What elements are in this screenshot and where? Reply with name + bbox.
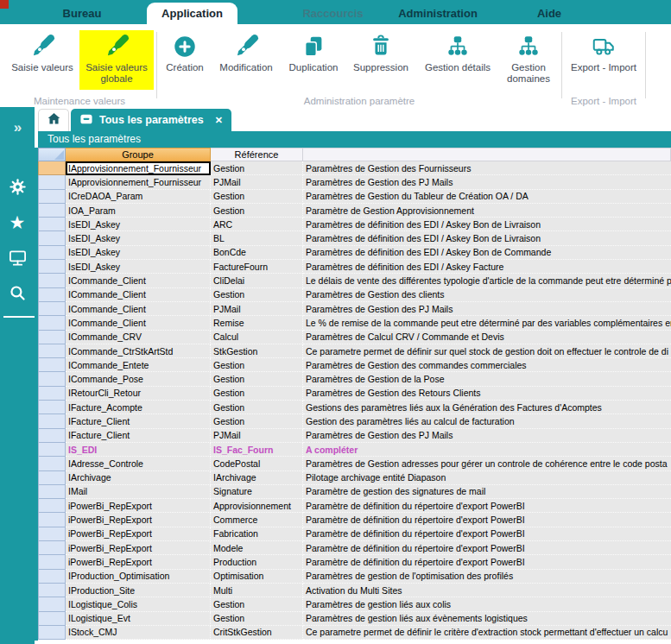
- row-selector[interactable]: [38, 302, 66, 316]
- cell-designation[interactable]: Paramètre de définition du répertoire d'…: [303, 527, 671, 541]
- cell-reference[interactable]: PJMail: [211, 429, 303, 443]
- cell-groupe[interactable]: IArchivage: [66, 471, 211, 485]
- row-selector[interactable]: [38, 231, 66, 245]
- cell-designation[interactable]: Paramètres de Gestion des Retours Client…: [303, 387, 671, 401]
- ribbon-button-gestion-domaines[interactable]: Gestion domaines: [498, 30, 559, 90]
- row-selector[interactable]: [38, 471, 66, 485]
- cell-reference[interactable]: BL: [211, 231, 303, 245]
- cell-groupe[interactable]: ICommande_Entete: [66, 358, 211, 372]
- row-selector[interactable]: [38, 429, 66, 443]
- menu-item-administration[interactable]: Administration: [387, 3, 489, 24]
- cell-designation[interactable]: Activation du Multi Sites: [303, 584, 671, 597]
- cell-designation[interactable]: Paramètres de définition des EDI / Askey…: [303, 218, 671, 231]
- cell-designation[interactable]: Paramètres de Gestion adresses pour gére…: [303, 457, 671, 470]
- row-selector[interactable]: [38, 570, 66, 584]
- cell-designation[interactable]: Le % de remise de la commande peut etre …: [303, 316, 671, 330]
- cell-designation[interactable]: Ce parametre permet de définir le critèr…: [303, 626, 671, 640]
- close-icon[interactable]: ✕: [215, 115, 223, 126]
- cell-reference[interactable]: Fabrication: [211, 527, 303, 541]
- cell-reference[interactable]: Gestion: [211, 597, 303, 611]
- cell-groupe[interactable]: iPowerBi_RepExport: [66, 499, 211, 513]
- cell-groupe[interactable]: IsEDI_Askey: [66, 246, 211, 260]
- cell-reference[interactable]: Gestion: [211, 387, 303, 401]
- cell-designation[interactable]: Paramètre de définition du répertoire d'…: [303, 513, 671, 527]
- tab-home[interactable]: [38, 109, 69, 131]
- row-selector[interactable]: [38, 527, 66, 541]
- cell-designation[interactable]: Gestions des paramètres liés aux la Géné…: [303, 401, 671, 414]
- row-selector[interactable]: [38, 190, 66, 204]
- cell-designation[interactable]: Paramètres de gestion liés aux évènement…: [303, 612, 671, 626]
- ribbon-button-duplication[interactable]: Duplication: [282, 30, 345, 90]
- row-selector[interactable]: [38, 457, 66, 470]
- column-header-designation[interactable]: [303, 148, 671, 161]
- cell-groupe[interactable]: ICommande_CRV: [66, 331, 211, 344]
- row-selector[interactable]: [38, 387, 66, 401]
- cell-designation[interactable]: Paramètres de gestion liés aux colis: [303, 597, 671, 611]
- cell-designation[interactable]: Paramètres de Gestion des clients: [303, 288, 671, 302]
- row-selector[interactable]: [38, 358, 66, 372]
- cell-reference[interactable]: Gestion: [211, 358, 303, 372]
- cell-reference[interactable]: Signature: [211, 485, 303, 499]
- cell-designation[interactable]: Paramètres de définition des EDI / Askey…: [303, 260, 671, 274]
- cell-groupe[interactable]: IApprovisionnement_Fournisseur: [66, 161, 211, 175]
- cell-reference[interactable]: StkGestion: [211, 344, 303, 358]
- cell-groupe[interactable]: IProduction_Site: [66, 584, 211, 597]
- cell-reference[interactable]: ARC: [211, 218, 303, 231]
- monitor-icon[interactable]: [0, 247, 35, 268]
- cell-reference[interactable]: Gestion: [211, 612, 303, 626]
- cell-groupe[interactable]: IFacture_Acompte: [66, 401, 211, 414]
- cell-reference[interactable]: Gestion: [211, 401, 303, 414]
- cell-designation[interactable]: Paramètre de définition du répertoire d'…: [303, 555, 671, 569]
- collapse-chevrons-icon[interactable]: »: [0, 119, 35, 136]
- cell-reference[interactable]: Modele: [211, 541, 303, 555]
- cell-designation[interactable]: Paramètre de définition du répertoire d'…: [303, 499, 671, 513]
- cell-groupe[interactable]: IOA_Param: [66, 204, 211, 218]
- row-selector[interactable]: [38, 612, 66, 626]
- row-selector[interactable]: [38, 204, 66, 218]
- cell-designation[interactable]: Paramètres de Gestion du Tableur de Créa…: [303, 190, 671, 204]
- ribbon-button-saisie-valeurs[interactable]: Saisie valeurs: [5, 30, 79, 90]
- cell-reference[interactable]: Gestion: [211, 204, 303, 218]
- row-selector[interactable]: [38, 274, 66, 287]
- ribbon-button-saisie-valeurs-globale[interactable]: Saisie valeurs globale: [79, 30, 154, 90]
- cell-reference[interactable]: Gestion: [211, 414, 303, 428]
- row-selector[interactable]: [38, 499, 66, 513]
- row-selector[interactable]: [38, 401, 66, 414]
- cell-groupe[interactable]: ICommande_Client: [66, 288, 211, 302]
- cell-groupe[interactable]: IFacture_Client: [66, 414, 211, 428]
- cell-reference[interactable]: CodePostal: [211, 457, 303, 470]
- cell-groupe[interactable]: iPowerBi_RepExport: [66, 513, 211, 527]
- ribbon-button-gestion-details[interactable]: Gestion détails: [417, 30, 498, 90]
- cell-designation[interactable]: Paramètres de gestion de l'optimisation …: [303, 570, 671, 584]
- cell-designation[interactable]: Paramètres de Gestion de la Pose: [303, 372, 671, 386]
- row-selector[interactable]: [38, 485, 66, 499]
- row-selector[interactable]: [38, 597, 66, 611]
- cell-reference[interactable]: Production: [211, 555, 303, 569]
- cell-reference[interactable]: Calcul: [211, 331, 303, 344]
- cell-groupe[interactable]: IsEDI_Askey: [66, 218, 211, 231]
- cell-reference[interactable]: Commerce: [211, 513, 303, 527]
- cell-designation[interactable]: Paramètre de définition du répertoire d'…: [303, 541, 671, 555]
- cell-groupe[interactable]: IMail: [66, 485, 211, 499]
- row-selector[interactable]: [38, 161, 66, 175]
- cell-reference[interactable]: Approvisionnement: [211, 499, 303, 513]
- cell-groupe[interactable]: IsEDI_Askey: [66, 260, 211, 274]
- cell-designation[interactable]: Paramètres de Gestion des PJ Mails: [303, 175, 671, 189]
- menu-item-aide[interactable]: Aide: [525, 3, 573, 24]
- star-icon[interactable]: ★: [0, 213, 35, 231]
- cell-groupe[interactable]: IsEDI_Askey: [66, 231, 211, 245]
- row-selector[interactable]: [38, 513, 66, 527]
- cell-groupe[interactable]: IAdresse_Controle: [66, 457, 211, 470]
- row-selector[interactable]: [38, 541, 66, 555]
- cell-groupe[interactable]: ICommande_Client: [66, 274, 211, 287]
- cell-reference[interactable]: BonCde: [211, 246, 303, 260]
- ribbon-button-modification[interactable]: Modification: [210, 30, 282, 90]
- cell-reference[interactable]: CliDelai: [211, 274, 303, 287]
- tab-tous-les-parametres[interactable]: Tous les paramètres ✕: [71, 109, 231, 131]
- row-selector[interactable]: [38, 331, 66, 344]
- cell-groupe[interactable]: IStock_CMJ: [66, 626, 211, 640]
- cell-groupe[interactable]: ILogistique_Colis: [66, 597, 211, 611]
- cell-designation[interactable]: Paramètre de Gestion Approvisionnement: [303, 204, 671, 218]
- row-selector[interactable]: [38, 175, 66, 189]
- gear-icon[interactable]: [0, 176, 35, 198]
